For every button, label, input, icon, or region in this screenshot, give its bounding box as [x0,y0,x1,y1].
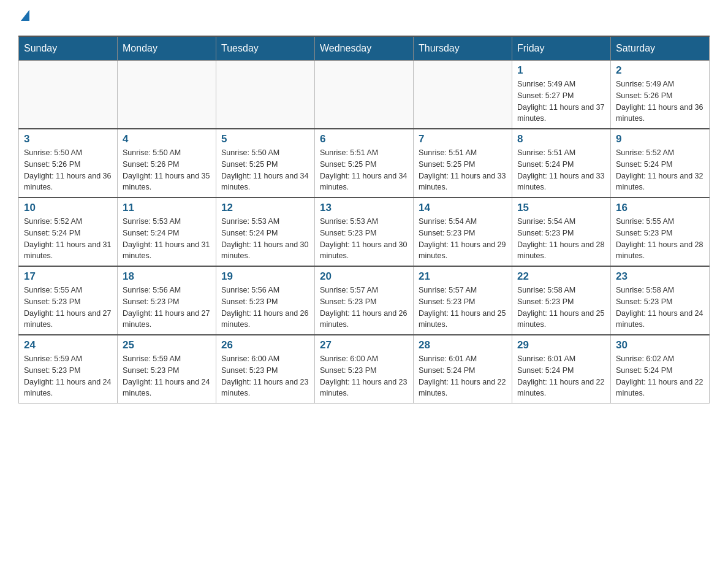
logo [18,12,29,23]
weekday-header-monday: Monday [118,36,216,61]
day-info: Sunrise: 5:54 AMSunset: 5:23 PMDaylight:… [419,216,507,262]
calendar-week-5: 24Sunrise: 5:59 AMSunset: 5:23 PMDayligh… [19,335,710,404]
calendar-cell [216,61,315,129]
calendar-cell [414,61,512,129]
calendar-cell: 11Sunrise: 5:53 AMSunset: 5:24 PMDayligh… [118,197,216,266]
calendar-cell [19,61,118,129]
weekday-header-thursday: Thursday [414,36,512,61]
day-number: 15 [517,202,605,214]
calendar-cell: 30Sunrise: 6:02 AMSunset: 5:24 PMDayligh… [611,335,710,404]
calendar-cell: 15Sunrise: 5:54 AMSunset: 5:23 PMDayligh… [512,197,611,266]
day-info: Sunrise: 6:01 AMSunset: 5:24 PMDaylight:… [517,353,605,399]
calendar-cell [118,61,216,129]
calendar-cell: 4Sunrise: 5:50 AMSunset: 5:26 PMDaylight… [118,129,216,197]
day-number: 13 [320,202,408,214]
calendar-cell: 29Sunrise: 6:01 AMSunset: 5:24 PMDayligh… [512,335,611,404]
calendar-cell: 5Sunrise: 5:50 AMSunset: 5:25 PMDaylight… [216,129,315,197]
day-number: 29 [517,339,605,351]
calendar-cell: 22Sunrise: 5:58 AMSunset: 5:23 PMDayligh… [512,266,611,335]
day-number: 12 [221,202,309,214]
day-info: Sunrise: 5:51 AMSunset: 5:25 PMDaylight:… [320,147,408,193]
day-info: Sunrise: 5:50 AMSunset: 5:25 PMDaylight:… [221,147,309,193]
page-header [18,12,710,23]
calendar-cell: 17Sunrise: 5:55 AMSunset: 5:23 PMDayligh… [19,266,118,335]
calendar-week-1: 1Sunrise: 5:49 AMSunset: 5:27 PMDaylight… [19,61,710,129]
day-number: 28 [419,339,507,351]
weekday-header-tuesday: Tuesday [216,36,315,61]
calendar-week-3: 10Sunrise: 5:52 AMSunset: 5:24 PMDayligh… [19,197,710,266]
day-info: Sunrise: 5:49 AMSunset: 5:27 PMDaylight:… [517,79,605,124]
day-number: 26 [221,339,309,351]
weekday-header-sunday: Sunday [19,36,118,61]
day-info: Sunrise: 5:55 AMSunset: 5:23 PMDaylight:… [24,285,112,331]
calendar-cell: 28Sunrise: 6:01 AMSunset: 5:24 PMDayligh… [414,335,512,404]
day-number: 18 [123,270,211,283]
day-number: 6 [320,133,408,145]
calendar-week-2: 3Sunrise: 5:50 AMSunset: 5:26 PMDaylight… [19,129,710,197]
day-number: 11 [123,202,211,214]
day-number: 3 [24,133,112,145]
calendar-cell: 2Sunrise: 5:49 AMSunset: 5:26 PMDaylight… [611,61,710,129]
calendar-cell: 13Sunrise: 5:53 AMSunset: 5:23 PMDayligh… [315,197,414,266]
calendar-cell: 10Sunrise: 5:52 AMSunset: 5:24 PMDayligh… [19,197,118,266]
calendar-cell: 24Sunrise: 5:59 AMSunset: 5:23 PMDayligh… [19,335,118,404]
day-number: 20 [320,270,408,283]
day-info: Sunrise: 5:52 AMSunset: 5:24 PMDaylight:… [616,147,704,193]
day-info: Sunrise: 6:01 AMSunset: 5:24 PMDaylight:… [419,353,507,399]
day-info: Sunrise: 5:57 AMSunset: 5:23 PMDaylight:… [419,285,507,331]
calendar-cell: 14Sunrise: 5:54 AMSunset: 5:23 PMDayligh… [414,197,512,266]
calendar-cell: 26Sunrise: 6:00 AMSunset: 5:23 PMDayligh… [216,335,315,404]
calendar-cell: 6Sunrise: 5:51 AMSunset: 5:25 PMDaylight… [315,129,414,197]
day-info: Sunrise: 5:55 AMSunset: 5:23 PMDaylight:… [616,216,704,262]
weekday-header-friday: Friday [512,36,611,61]
calendar-cell: 1Sunrise: 5:49 AMSunset: 5:27 PMDaylight… [512,61,611,129]
day-info: Sunrise: 6:00 AMSunset: 5:23 PMDaylight:… [221,353,309,399]
day-info: Sunrise: 5:50 AMSunset: 5:26 PMDaylight:… [123,147,211,193]
day-info: Sunrise: 5:56 AMSunset: 5:23 PMDaylight:… [221,285,309,331]
day-number: 1 [517,64,605,77]
day-info: Sunrise: 5:51 AMSunset: 5:24 PMDaylight:… [517,147,605,193]
day-info: Sunrise: 5:53 AMSunset: 5:24 PMDaylight:… [221,216,309,262]
calendar-week-4: 17Sunrise: 5:55 AMSunset: 5:23 PMDayligh… [19,266,710,335]
day-number: 5 [221,133,309,145]
day-info: Sunrise: 5:52 AMSunset: 5:24 PMDaylight:… [24,216,112,262]
calendar-cell: 16Sunrise: 5:55 AMSunset: 5:23 PMDayligh… [611,197,710,266]
calendar-cell: 23Sunrise: 5:58 AMSunset: 5:23 PMDayligh… [611,266,710,335]
logo-triangle-icon [21,10,29,21]
day-number: 8 [517,133,605,145]
day-info: Sunrise: 5:58 AMSunset: 5:23 PMDaylight:… [517,285,605,331]
day-info: Sunrise: 5:58 AMSunset: 5:23 PMDaylight:… [616,285,704,331]
calendar-cell: 3Sunrise: 5:50 AMSunset: 5:26 PMDaylight… [19,129,118,197]
calendar-cell: 8Sunrise: 5:51 AMSunset: 5:24 PMDaylight… [512,129,611,197]
day-info: Sunrise: 6:02 AMSunset: 5:24 PMDaylight:… [616,353,704,399]
day-number: 25 [123,339,211,351]
weekday-header-wednesday: Wednesday [315,36,414,61]
day-number: 19 [221,270,309,283]
calendar-cell: 27Sunrise: 6:00 AMSunset: 5:23 PMDayligh… [315,335,414,404]
day-info: Sunrise: 6:00 AMSunset: 5:23 PMDaylight:… [320,353,408,399]
day-number: 23 [616,270,704,283]
day-number: 7 [419,133,507,145]
day-info: Sunrise: 5:53 AMSunset: 5:24 PMDaylight:… [123,216,211,262]
day-info: Sunrise: 5:49 AMSunset: 5:26 PMDaylight:… [616,79,704,124]
calendar-cell: 12Sunrise: 5:53 AMSunset: 5:24 PMDayligh… [216,197,315,266]
day-number: 22 [517,270,605,283]
day-number: 30 [616,339,704,351]
day-number: 10 [24,202,112,214]
calendar-cell [315,61,414,129]
day-number: 17 [24,270,112,283]
day-number: 24 [24,339,112,351]
day-info: Sunrise: 5:50 AMSunset: 5:26 PMDaylight:… [24,147,112,193]
day-info: Sunrise: 5:53 AMSunset: 5:23 PMDaylight:… [320,216,408,262]
day-info: Sunrise: 5:56 AMSunset: 5:23 PMDaylight:… [123,285,211,331]
day-number: 21 [419,270,507,283]
day-number: 2 [616,64,704,77]
day-info: Sunrise: 5:54 AMSunset: 5:23 PMDaylight:… [517,216,605,262]
day-info: Sunrise: 5:51 AMSunset: 5:25 PMDaylight:… [419,147,507,193]
calendar-table: SundayMondayTuesdayWednesdayThursdayFrid… [18,36,710,404]
calendar-cell: 25Sunrise: 5:59 AMSunset: 5:23 PMDayligh… [118,335,216,404]
day-info: Sunrise: 5:57 AMSunset: 5:23 PMDaylight:… [320,285,408,331]
calendar-cell: 18Sunrise: 5:56 AMSunset: 5:23 PMDayligh… [118,266,216,335]
day-info: Sunrise: 5:59 AMSunset: 5:23 PMDaylight:… [24,353,112,399]
calendar-cell: 7Sunrise: 5:51 AMSunset: 5:25 PMDaylight… [414,129,512,197]
